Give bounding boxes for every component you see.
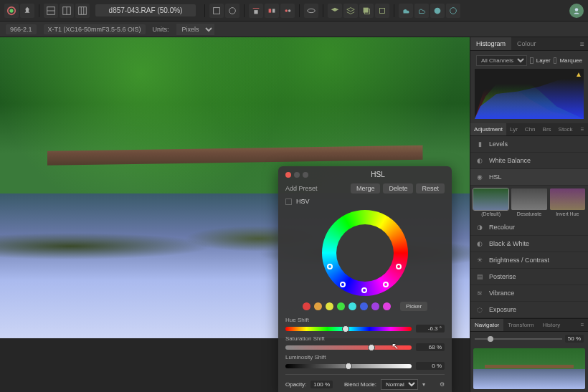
white-balance-icon: ◐ (475, 156, 485, 166)
svg-point-10 (229, 7, 236, 14)
cloud2-icon[interactable] (414, 4, 429, 18)
histogram-channel-select[interactable]: All Channels (476, 55, 527, 66)
panel-menu-icon[interactable]: ≡ (577, 37, 588, 50)
layer3-icon[interactable] (359, 4, 374, 18)
square-tool-icon[interactable] (209, 4, 224, 18)
grid1-icon[interactable] (44, 4, 58, 18)
posterise-icon: ▤ (475, 272, 485, 282)
maximize-icon[interactable] (303, 172, 308, 178)
swatch-7[interactable] (383, 302, 391, 310)
svg-point-1 (9, 9, 13, 12)
swatch-4[interactable] (348, 302, 356, 310)
adjustment-recolour[interactable]: ◑Recolour (470, 219, 588, 236)
circle-tool-icon[interactable] (225, 4, 240, 18)
hue-shift-value[interactable]: -6.3 ° (416, 325, 445, 333)
layer-checkbox[interactable] (530, 57, 534, 64)
picker-button[interactable]: Picker (400, 302, 427, 311)
zoom-value[interactable]: 50 % (565, 335, 584, 343)
tab-chn[interactable]: Chn (521, 123, 539, 135)
adjustment-posterise[interactable]: ▤Posterise (470, 269, 588, 285)
tab-stock[interactable]: Stock (555, 123, 577, 135)
blend-mode-select[interactable]: Normal (381, 379, 418, 390)
top-toolbar: d857-043.RAF (50.0%) (0, 0, 588, 21)
grid2-icon[interactable] (60, 4, 74, 18)
luminosity-shift-value[interactable]: 0 % (416, 362, 445, 370)
tab-brs[interactable]: Brs (539, 123, 555, 135)
adjustment-exposure[interactable]: ◌Exposure (470, 302, 588, 318)
tab-navigator[interactable]: Navigator (470, 319, 503, 331)
svg-rect-6 (79, 6, 87, 14)
adjustment-brightness-contrast[interactable]: ☀Brightness / Contrast (470, 252, 588, 269)
tab-adjustment[interactable]: Adjustment (470, 123, 506, 135)
lens-value: X-T1 (XC16-50mmF3.5-5.6 OIS) (44, 24, 146, 34)
hsl-dialog: HSL Add Preset Merge Delete Reset HSV Pi… (278, 166, 452, 392)
merge-button[interactable]: Merge (351, 183, 381, 193)
swatch-5[interactable] (360, 302, 368, 310)
adjustment-vibrance[interactable]: ≋Vibrance (470, 285, 588, 302)
layer2-icon[interactable] (343, 4, 358, 18)
gear-icon[interactable]: ⚙ (440, 381, 445, 388)
adjustment-white-balance[interactable]: ◐White Balance (470, 153, 588, 169)
zoom-slider[interactable] (475, 338, 562, 340)
align3-icon[interactable] (280, 4, 295, 18)
swatch-0[interactable] (303, 302, 310, 310)
adjustment-black-white[interactable]: ◐Black & White (470, 236, 588, 252)
hue-shift-slider[interactable] (285, 327, 412, 331)
layer-label: Layer (536, 57, 551, 64)
link-icon[interactable] (304, 4, 318, 18)
document-title[interactable]: d857-043.RAF (50.0%) (95, 4, 196, 16)
adjustment-levels[interactable]: ▮Levels (470, 136, 588, 153)
swatch-1[interactable] (314, 302, 322, 310)
clipping-warning-icon[interactable]: ▲ (575, 70, 582, 78)
preset-desaturate[interactable]: Desaturate (511, 188, 546, 216)
units-select[interactable]: Pixels (176, 24, 214, 35)
color-wheel[interactable] (322, 210, 408, 296)
blend-label: Blend Mode: (344, 381, 376, 388)
add-preset-button[interactable]: Add Preset (285, 185, 318, 192)
swatch-3[interactable] (337, 302, 345, 310)
swatch-2[interactable] (326, 302, 333, 310)
hsv-checkbox[interactable] (285, 199, 292, 205)
exposure-icon: ◌ (475, 305, 485, 315)
grid3-icon[interactable] (75, 4, 90, 18)
close-icon[interactable] (285, 172, 291, 178)
pin-icon[interactable] (20, 4, 34, 18)
tab-lyr[interactable]: Lyr (506, 123, 521, 135)
opacity-label: Opacity: (285, 381, 306, 388)
adjustment-hsl[interactable]: ◉HSL (470, 169, 588, 186)
cloud4-icon[interactable] (446, 4, 460, 18)
hue-shift-label: Hue Shift (285, 317, 445, 325)
align1-icon[interactable] (249, 4, 263, 18)
luminosity-shift-label: Luminosity Shift (285, 354, 445, 362)
color-chooser-icon[interactable] (4, 4, 19, 18)
hsl-titlebar[interactable]: HSL (285, 171, 445, 181)
reset-button[interactable]: Reset (416, 183, 445, 193)
cloud1-icon[interactable] (399, 4, 413, 18)
cloud3-icon[interactable] (430, 4, 445, 18)
layer4-icon[interactable] (375, 4, 389, 18)
opacity-value[interactable]: 100 % (310, 381, 333, 388)
navigator-preview[interactable] (473, 348, 585, 389)
tab-transform[interactable]: Transform (503, 319, 538, 331)
nav-menu-icon[interactable]: ≡ (577, 319, 588, 331)
saturation-shift-value[interactable]: 68 % (416, 343, 445, 351)
tab-colour[interactable]: Colour (511, 37, 542, 50)
preset-default[interactable]: (Default) (473, 188, 508, 216)
bw-icon: ◐ (475, 239, 485, 249)
luminosity-shift-slider[interactable] (285, 364, 412, 368)
brightness-icon: ☀ (475, 255, 485, 265)
minimize-icon[interactable] (294, 172, 300, 178)
align2-icon[interactable] (265, 4, 279, 18)
user-avatar-icon[interactable] (569, 4, 584, 18)
layer1-icon[interactable] (328, 4, 342, 18)
swatch-6[interactable] (371, 302, 379, 310)
tab-history[interactable]: History (538, 319, 564, 331)
blend-extra-icon[interactable]: ▾ (422, 381, 425, 388)
preset-invert-hue[interactable]: Invert Hue (550, 188, 585, 216)
hsl-title: HSL (311, 171, 445, 178)
saturation-shift-slider[interactable] (285, 345, 412, 350)
tab-histogram[interactable]: Histogram (470, 37, 511, 50)
delete-button[interactable]: Delete (383, 183, 413, 193)
adj-menu-icon[interactable]: ≡ (577, 123, 588, 135)
marquee-checkbox[interactable] (554, 57, 557, 64)
